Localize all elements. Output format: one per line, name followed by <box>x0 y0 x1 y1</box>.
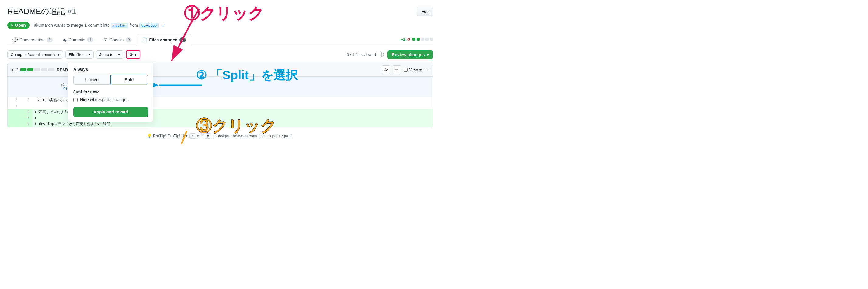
line-num-new: 6 <box>20 121 32 127</box>
apply-reload-button[interactable]: Apply and reload <box>73 107 148 117</box>
always-title: Always <box>73 67 148 72</box>
from-text: from <box>130 23 138 28</box>
hide-whitespace-checkbox[interactable] <box>73 98 78 102</box>
diff-file-count: 2 <box>16 67 18 72</box>
commits-icon: ◉ <box>63 37 67 42</box>
badge-green-1 <box>20 68 27 71</box>
view-raw-button[interactable]: ☰ <box>393 65 401 74</box>
open-badge: ⑂ Open <box>7 22 30 29</box>
pr-title-text: READMEの追記 <box>7 7 65 16</box>
pr-header: READMEの追記 #1 Edit <box>7 6 433 17</box>
changes-label: Changes from all commits <box>11 52 56 57</box>
pr-number: #1 <box>67 7 76 16</box>
base-branch-tag[interactable]: master <box>111 23 128 28</box>
line-num-old <box>8 109 20 115</box>
toolbar-row: Changes from all commits ▾ File filter..… <box>7 50 433 59</box>
view-toggle-group: Unified Split <box>73 75 148 85</box>
pr-meta-text: Takumaron wants to merge 1 commit into <box>32 23 110 28</box>
badge-gray-3 <box>49 68 55 71</box>
more-options-button[interactable]: ··· <box>425 67 429 73</box>
line-num-new: 5 <box>20 115 32 121</box>
badge-gray-1 <box>34 68 40 71</box>
viewed-checkbox-row: Viewed <box>404 67 422 72</box>
review-changes-button[interactable]: Review changes ▾ <box>388 51 433 59</box>
tab-checks-label: Checks <box>110 37 124 42</box>
gear-chevron-icon: ▾ <box>134 52 136 57</box>
line-num-old <box>8 115 20 121</box>
badge-gray-2 <box>41 68 48 71</box>
files-viewed: 0 / 1 files viewed <box>347 52 376 57</box>
review-chevron-icon: ▾ <box>427 52 429 57</box>
hide-whitespace-label: Hide whitespace changes <box>80 97 129 102</box>
pr-meta: Takumaron wants to merge 1 commit into m… <box>32 23 165 28</box>
toolbar-right: 0 / 1 files viewed ⓘ Review changes ▾ <box>347 51 433 59</box>
pr-status-row: ⑂ Open Takumaron wants to merge 1 commit… <box>7 22 433 29</box>
line-num-new: 2 <box>20 97 32 104</box>
toolbar-left: Changes from all commits ▾ File filter..… <box>7 50 140 59</box>
tab-conversation-badge: 0 <box>46 37 53 42</box>
tab-commits-label: Commits <box>68 37 85 42</box>
diff-collapse-icon[interactable]: ▾ <box>11 67 13 72</box>
protip-text-pre: ProTip! Use <box>167 134 188 138</box>
files-icon: 📄 <box>142 37 147 42</box>
viewed-checkbox[interactable] <box>404 68 407 72</box>
jump-to-dropdown[interactable]: Jump to... ▾ <box>96 51 123 59</box>
tab-checks[interactable]: ☑ Checks 0 <box>98 34 137 45</box>
tab-files-label: Files changed <box>149 37 177 42</box>
gear-icon: ⚙ <box>130 52 133 57</box>
tab-commits-badge: 1 <box>87 37 93 42</box>
protip-and: and <box>197 134 204 138</box>
file-filter-label: File filter... <box>69 52 87 57</box>
key-n: n <box>189 133 196 139</box>
line-num-new <box>20 104 32 109</box>
key-p: p <box>205 133 211 139</box>
diff-file-actions: <> ☰ Viewed ··· <box>382 65 429 74</box>
jump-to-label: Jump to... <box>99 52 117 57</box>
split-toggle[interactable]: Split <box>111 75 148 85</box>
conversation-icon: 💬 <box>12 37 18 42</box>
edit-button[interactable]: Edit <box>417 7 433 16</box>
bulb-icon: 💡 <box>147 134 152 138</box>
tabs-row: 💬 Conversation 0 ◉ Commits 1 ☑ Checks 0 … <box>7 34 433 45</box>
tab-conversation-label: Conversation <box>20 37 45 42</box>
diff-additions: +2 <box>401 37 406 42</box>
chevron-down-icon: ▾ <box>58 52 60 57</box>
info-icon: ⓘ <box>379 52 384 57</box>
changes-dropdown[interactable]: Changes from all commits ▾ <box>7 51 63 59</box>
protip: 💡 ProTip! ProTip! Use n and p to navigat… <box>7 134 433 138</box>
gear-dropdown[interactable]: ⚙ ▾ <box>126 50 140 59</box>
sync-icon: ⇄ <box>161 23 165 28</box>
diff-deletions: -0 <box>406 37 410 42</box>
just-for-now-title: Just for now <box>73 89 148 94</box>
diff-file-badges <box>20 68 55 71</box>
open-badge-label: Open <box>15 23 26 28</box>
view-code-button[interactable]: <> <box>382 65 390 74</box>
hide-whitespace-row: Hide whitespace changes <box>73 97 148 102</box>
chevron-down-icon-2: ▾ <box>88 52 90 57</box>
diff-hunk-num-old <box>8 77 20 97</box>
code-icon: <> <box>383 67 388 72</box>
file-icon: ☰ <box>395 67 399 72</box>
viewed-label: Viewed <box>409 67 422 72</box>
head-branch-tag[interactable]: develop <box>139 23 159 28</box>
git-merge-icon: ⑂ <box>11 23 13 28</box>
diff-options-dropdown: Always Unified Split Just for now Hide w… <box>68 62 153 122</box>
line-num-old: 3 <box>8 104 20 109</box>
chevron-down-icon-3: ▾ <box>118 52 120 57</box>
line-num-old <box>8 121 20 127</box>
tab-conversation[interactable]: 💬 Conversation 0 <box>7 34 58 45</box>
protip-text-post: to navigate between commits in a pull re… <box>212 134 293 138</box>
unified-toggle[interactable]: Unified <box>73 75 111 84</box>
tab-commits[interactable]: ◉ Commits 1 <box>58 34 98 45</box>
checks-icon: ☑ <box>104 37 108 42</box>
protip-label: ProTip! <box>153 134 166 138</box>
line-num-old: 2 <box>8 97 20 104</box>
file-filter-dropdown[interactable]: File filter... ▾ <box>65 51 93 59</box>
pr-title: READMEの追記 #1 <box>7 6 76 17</box>
tab-checks-badge: 0 <box>126 37 132 42</box>
diff-stat: +2 -0 <box>401 37 433 42</box>
diff-bars <box>412 37 433 42</box>
tab-files-changed[interactable]: 📄 Files changed 1 <box>137 34 191 45</box>
tab-files-badge: 1 <box>180 37 186 42</box>
diff-hunk-num-new <box>20 77 32 97</box>
